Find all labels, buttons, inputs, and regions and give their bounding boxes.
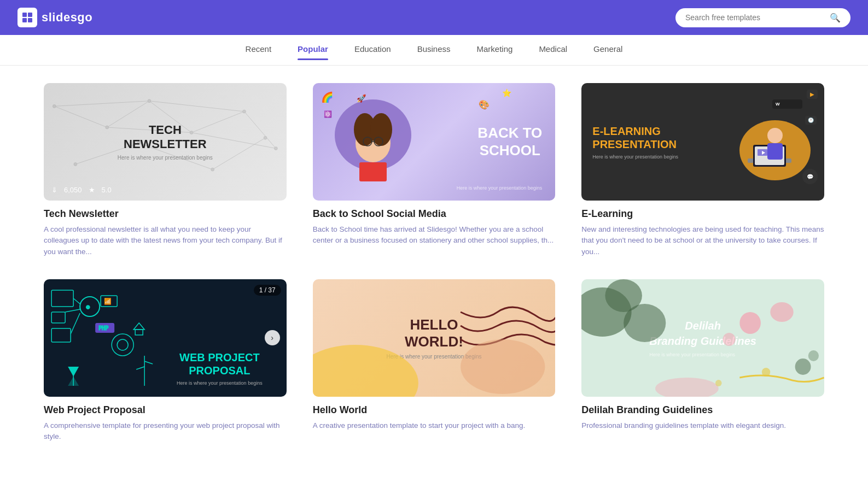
svg-line-8	[244, 111, 276, 149]
svg-point-74	[808, 350, 819, 361]
nav-item-marketing[interactable]: Marketing	[477, 44, 513, 56]
card-title-helloworld: Hello World	[313, 404, 556, 416]
card-title-tech: Tech Newsletter	[44, 208, 287, 220]
svg-rect-44	[51, 328, 71, 342]
svg-line-10	[149, 101, 244, 111]
card-desc-helloworld: A creative presentation template to star…	[313, 420, 556, 431]
svg-point-65	[461, 339, 545, 394]
svg-rect-55	[135, 330, 143, 335]
card-nav-arrow[interactable]: ›	[265, 330, 280, 345]
svg-rect-42	[51, 290, 73, 307]
svg-marker-54	[133, 323, 144, 330]
card-elearning[interactable]: E-LEARNINGPRESENTATION Here is where you…	[581, 83, 824, 257]
download-count: 6,050	[64, 186, 82, 194]
svg-marker-60	[68, 377, 79, 386]
webproject-thumb-subtitle: Here is where your presentation begins	[177, 380, 263, 386]
svg-point-69	[740, 312, 761, 334]
nav-item-education[interactable]: Education	[354, 44, 391, 56]
content-area: TECHNEWSLETTER Here is where your presen…	[0, 66, 868, 460]
svg-rect-3	[28, 18, 32, 22]
rating-value: 5.0	[102, 186, 112, 194]
svg-marker-59	[68, 367, 79, 377]
card-thumbnail-bts: 🌈 🚀 ⭐ ⚛️ 🎨 BACK TOSCHOOL Here is where y…	[313, 83, 556, 201]
header: slidesgo 🔍	[0, 0, 868, 35]
card-back-to-school[interactable]: 🌈 🚀 ⭐ ⚛️ 🎨 BACK TOSCHOOL Here is where y…	[313, 83, 556, 257]
svg-rect-30	[359, 162, 387, 181]
tech-thumb-subtitle: Here is where your presentation begins	[118, 155, 213, 161]
svg-point-17	[106, 126, 109, 129]
nav-item-popular[interactable]: Popular	[298, 44, 328, 56]
svg-point-73	[795, 358, 811, 375]
svg-rect-1	[28, 13, 32, 17]
card-stats-tech: ⇓ 6,050 ★ 5.0	[51, 186, 112, 194]
nav-item-medical[interactable]: Medical	[539, 44, 567, 56]
card-desc-branding: Professional branding guidelines templat…	[581, 420, 824, 431]
card-web-project[interactable]: ⊙ 📶	[44, 279, 287, 443]
svg-point-70	[723, 333, 736, 346]
nav-item-recent[interactable]: Recent	[246, 44, 272, 56]
svg-point-21	[274, 147, 277, 150]
card-thumbnail-webproject: ⊙ 📶	[44, 279, 287, 397]
svg-point-68	[624, 304, 666, 342]
search-input[interactable]	[685, 13, 825, 22]
svg-point-72	[655, 378, 719, 397]
svg-point-53	[117, 339, 128, 350]
elearning-thumb-subtitle: Here is where your presentation begins	[592, 154, 720, 160]
card-title-branding: Delilah Branding Guidelines	[581, 404, 824, 416]
svg-line-63	[144, 361, 153, 364]
card-branding[interactable]: DelilahBranding Guidelines Here is where…	[581, 279, 824, 443]
card-tech-newsletter[interactable]: TECHNEWSLETTER Here is where your presen…	[44, 83, 287, 257]
svg-point-29	[370, 113, 392, 146]
svg-point-24	[211, 168, 214, 171]
card-desc-bts: Back to School time has arrived at Slide…	[313, 224, 556, 246]
logo-text: slidesgo	[42, 10, 92, 25]
elearning-thumb-title: E-LEARNINGPRESENTATION	[592, 125, 720, 151]
search-bar[interactable]: 🔍	[675, 8, 850, 27]
template-grid: TECHNEWSLETTER Here is where your presen…	[44, 83, 824, 442]
svg-line-48	[65, 309, 80, 312]
svg-text:⊙: ⊙	[86, 303, 90, 311]
card-desc-elearning: New and interesting technologies are bei…	[581, 224, 824, 257]
card-thumbnail-branding: DelilahBranding Guidelines Here is where…	[581, 279, 824, 397]
svg-point-25	[264, 136, 267, 139]
svg-point-71	[771, 302, 794, 322]
svg-point-18	[148, 99, 151, 103]
svg-line-62	[136, 367, 144, 369]
card-desc-webproject: A comprehensive template for presenting …	[44, 420, 287, 443]
nav-item-general[interactable]: General	[593, 44, 622, 56]
card-thumbnail-helloworld: HELLOWORLD! Here is where your presentat…	[313, 279, 556, 397]
nav-item-business[interactable]: Business	[417, 44, 451, 56]
logo[interactable]: slidesgo	[18, 8, 92, 27]
svg-point-75	[762, 368, 770, 377]
webproject-thumb-title: WEB PROJECTPROPOSAL	[177, 351, 263, 377]
card-thumbnail-tech: TECHNEWSLETTER Here is where your presen…	[44, 83, 287, 201]
bts-thumb-title: BACK TOSCHOOL	[477, 125, 542, 158]
svg-point-76	[715, 380, 722, 386]
svg-point-20	[243, 110, 246, 113]
bts-thumb-subtitle: Here is where your presentation begins	[457, 185, 543, 191]
svg-rect-0	[22, 13, 27, 17]
svg-line-49	[71, 313, 80, 334]
card-title-webproject: Web Project Proposal	[44, 404, 287, 416]
svg-point-52	[112, 334, 133, 356]
nav-bar: Recent Popular Education Business Market…	[0, 35, 868, 66]
svg-text:📶: 📶	[104, 297, 112, 305]
card-thumbnail-elearning: E-LEARNINGPRESENTATION Here is where you…	[581, 83, 824, 201]
svg-rect-2	[22, 18, 27, 22]
card-title-bts: Back to School Social Media	[313, 208, 556, 220]
svg-rect-43	[51, 312, 65, 323]
star-icon: ★	[89, 186, 95, 194]
svg-line-47	[73, 298, 80, 304]
svg-point-64	[313, 345, 418, 397]
svg-rect-39	[767, 143, 783, 160]
tech-thumb-title: TECHNEWSLETTER	[118, 123, 213, 152]
card-desc-tech: A cool professional newsletter is all wh…	[44, 224, 287, 257]
svg-line-15	[213, 138, 265, 169]
svg-line-11	[54, 101, 149, 107]
card-hello-world[interactable]: HELLOWORLD! Here is where your presentat…	[313, 279, 556, 443]
search-icon: 🔍	[830, 13, 841, 23]
svg-point-16	[53, 105, 56, 108]
download-icon: ⇓	[51, 186, 57, 194]
svg-point-38	[767, 128, 783, 143]
svg-text:PHP: PHP	[98, 325, 108, 331]
